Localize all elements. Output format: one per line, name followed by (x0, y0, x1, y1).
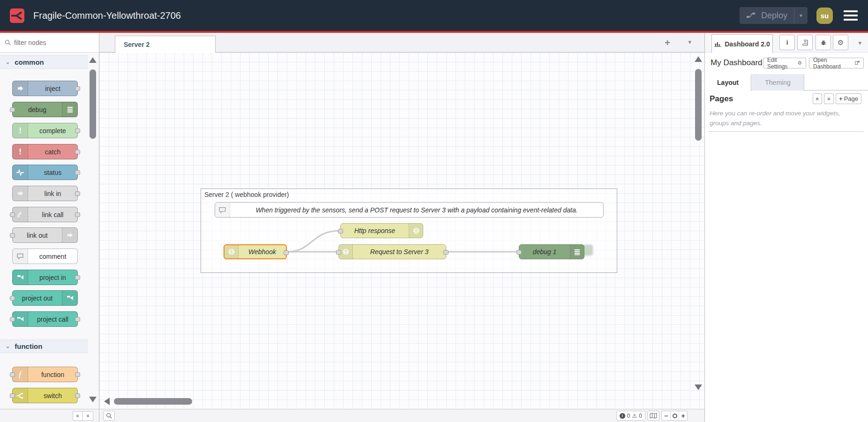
palette-category-common[interactable]: ⌄ common (0, 55, 88, 69)
node-port-input[interactable] (336, 250, 341, 255)
double-chevron-up-icon: « (75, 414, 81, 418)
node-port[interactable] (75, 317, 80, 322)
link-arrow-icon (13, 186, 28, 201)
node-request-to-server3[interactable]: Request to Server 3 (338, 244, 446, 259)
node-port[interactable] (10, 212, 15, 217)
palette-node-debug[interactable]: debug (12, 102, 78, 117)
user-avatar[interactable]: su (816, 8, 833, 24)
node-port[interactable] (75, 393, 80, 398)
node-port-input[interactable] (338, 229, 343, 234)
debug-list-icon (62, 102, 77, 117)
node-label: project out (13, 294, 62, 302)
add-page-button[interactable]: + Page (836, 93, 861, 104)
flow-canvas[interactable]: Server 2 ( webhook provider) When trigge… (99, 53, 704, 409)
search-icon (5, 39, 11, 45)
open-dashboard-button[interactable]: Open Dashboard (809, 58, 864, 68)
node-port-input[interactable] (516, 250, 522, 255)
node-port[interactable] (75, 86, 80, 91)
deploy-icon (746, 12, 756, 19)
palette-node-switch[interactable]: switch (12, 388, 78, 403)
node-port[interactable] (10, 233, 15, 238)
zoom-controls: − + (661, 411, 688, 421)
project-title: Fragile-Common-Yellowthroat-2706 (33, 10, 181, 21)
node-label: debug (13, 106, 62, 113)
node-label: inject (28, 85, 77, 92)
palette-node-project-call[interactable]: project call (12, 311, 78, 327)
node-label: project call (28, 316, 77, 323)
sidebar-menu-button[interactable]: ▾ (858, 39, 861, 46)
info-tab-button[interactable]: i (779, 35, 795, 50)
tab-theming[interactable]: Theming (752, 74, 804, 90)
node-port[interactable] (10, 317, 15, 322)
group-label: Server 2 ( webhook provider) (204, 191, 289, 198)
node-port[interactable] (75, 275, 80, 280)
deploy-button[interactable]: Deploy ▾ (740, 7, 808, 24)
zoom-in-button[interactable]: + (679, 411, 687, 420)
node-webhook[interactable]: Webhook (224, 244, 287, 259)
flow-tab-server2[interactable]: Server 2 (115, 36, 216, 53)
speech-bubble-icon (13, 249, 28, 264)
pages-heading: Pages (710, 94, 733, 104)
palette-node-status[interactable]: status (12, 165, 78, 180)
node-port-output[interactable] (284, 250, 289, 255)
tab-layout[interactable]: Layout (705, 74, 751, 91)
add-flow-button[interactable]: + (661, 37, 673, 49)
node-port[interactable] (10, 107, 15, 112)
palette-node-link-call[interactable]: link call (12, 207, 78, 222)
comment-node[interactable]: When triggered by the sensors, send a PO… (215, 202, 604, 218)
main-menu-button[interactable] (842, 8, 860, 23)
palette-search[interactable] (0, 33, 99, 53)
move-page-up-button[interactable]: « (813, 93, 823, 104)
notification-counts[interactable]: ! 0 ⚠ 0 (616, 411, 645, 421)
palette-node-project-in[interactable]: project in (12, 270, 78, 285)
help-tab-button[interactable] (797, 35, 813, 50)
palette-category-function[interactable]: ⌄ function (0, 339, 88, 353)
node-port[interactable] (10, 393, 15, 398)
palette-scroll-up[interactable] (89, 57, 97, 63)
warning-count: 0 (639, 413, 642, 419)
palette-node-complete[interactable]: ! complete (12, 123, 78, 138)
edit-settings-button[interactable]: Edit Settings ⚙ (763, 58, 806, 68)
node-port[interactable] (75, 191, 80, 196)
search-flows-button[interactable] (103, 411, 115, 421)
node-port-output[interactable] (443, 250, 449, 255)
caret-down-icon: ▾ (688, 38, 691, 45)
workspace-tabbar: Server 2 + ▾ (99, 33, 704, 53)
node-label: switch (28, 392, 77, 399)
node-port[interactable] (75, 150, 80, 154)
deploy-options-button[interactable]: ▾ (794, 7, 808, 24)
node-port[interactable] (75, 212, 80, 217)
flow-list-button[interactable]: ▾ (688, 38, 691, 45)
node-port[interactable] (75, 372, 80, 377)
move-page-down-button[interactable]: « (824, 93, 834, 104)
node-port[interactable] (75, 128, 80, 133)
header-bar: Fragile-Common-Yellowthroat-2706 Deploy … (0, 0, 868, 33)
config-tab-button[interactable]: ⚙ (833, 35, 848, 50)
palette-scroll-down[interactable] (89, 397, 97, 402)
node-port[interactable] (10, 296, 15, 301)
palette-node-project-out[interactable]: project out (12, 290, 78, 306)
palette-scrollbar-thumb[interactable] (90, 69, 96, 139)
external-link-icon (855, 60, 860, 66)
node-http-response[interactable]: Http response (340, 223, 423, 238)
palette-node-link-out[interactable]: link out (12, 227, 78, 243)
navigator-button[interactable] (647, 411, 659, 421)
expand-all-button[interactable]: « (83, 411, 93, 421)
tab-label: Theming (765, 79, 790, 86)
node-debug-1[interactable]: debug 1 (519, 244, 584, 259)
node-port[interactable] (75, 170, 80, 175)
pulse-icon (13, 165, 28, 180)
palette-node-comment[interactable]: comment (12, 249, 78, 264)
palette-node-link-in[interactable]: link in (12, 186, 78, 201)
collapse-all-button[interactable]: « (73, 411, 83, 421)
palette-node-function[interactable]: ƒ function (12, 367, 78, 382)
zoom-reset-button[interactable] (670, 411, 679, 420)
palette-node-inject[interactable]: inject (12, 81, 78, 96)
sidebar-tab-dashboard[interactable]: Dashboard 2.0 (711, 34, 773, 53)
palette-filter-input[interactable] (14, 39, 84, 46)
debug-tab-button[interactable] (816, 35, 831, 50)
node-port[interactable] (10, 372, 15, 377)
node-label: complete (28, 127, 77, 135)
palette-node-catch[interactable]: ! catch (12, 144, 78, 159)
zoom-out-button[interactable]: − (662, 411, 670, 420)
